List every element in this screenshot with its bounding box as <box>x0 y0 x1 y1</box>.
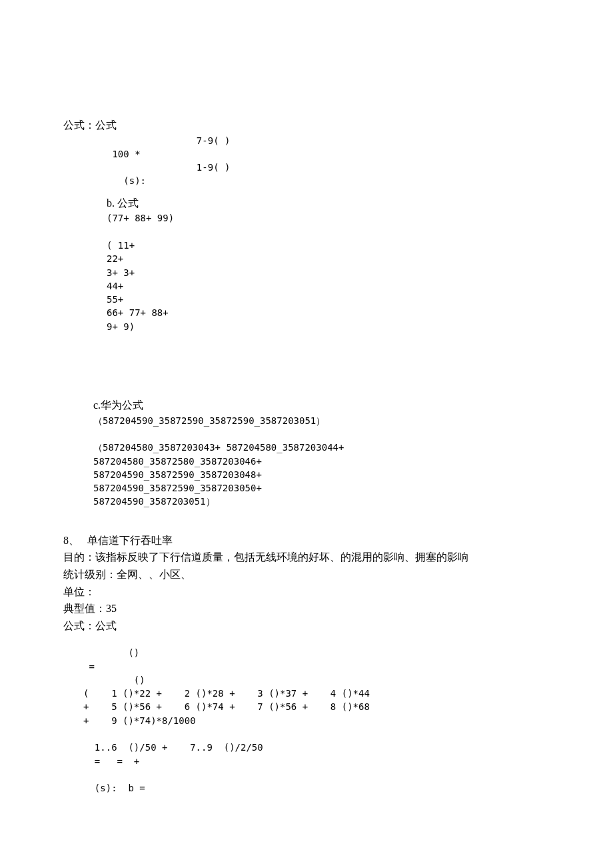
item-8-unit: 单位： <box>63 583 550 601</box>
formula-c-title: c.华为公式 <box>93 397 550 414</box>
item-title: 单信道下行吞吐率 <box>87 535 173 546</box>
formula-label-1: 公式：公式 <box>63 117 550 134</box>
item-8-formula-label: 公式：公式 <box>63 617 550 635</box>
item-8-typical: 典型值：35 <box>63 600 550 617</box>
item-8-purpose: 目的：该指标反映了下行信道质量，包括无线环境的好坏、的混用的影响、拥塞的影响 <box>63 549 550 566</box>
formula-a: 7-9( ) 100 * 1-9( ) (s): <box>107 134 550 188</box>
formula-b: (77+ 88+ 99) ( 11+ 22+ 3+ 3+ 44+ 55+ 66+… <box>107 211 550 333</box>
item-8-heading: 8、 单信道下行吞吐率 <box>63 532 550 549</box>
item-8-formula: () = () ( 1 ()*22 + 2 ()*28 + 3 ()*37 + … <box>83 646 550 795</box>
formula-b-title: b. 公式 <box>107 195 550 212</box>
item-number: 8、 <box>63 535 79 546</box>
formula-c: （587204590_35872590_35872590_3587203051）… <box>93 414 550 509</box>
item-8-level: 统计级别：全网、、小区、 <box>63 566 550 583</box>
